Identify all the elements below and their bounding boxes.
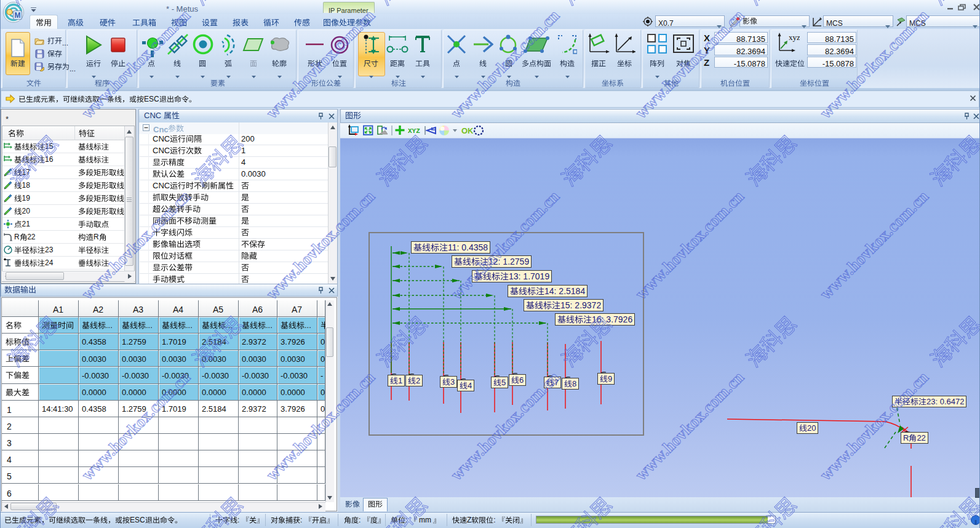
svg-text:XYZ: XYZ: [408, 127, 420, 135]
svg-text:xyz: xyz: [789, 33, 800, 42]
svg-text:M: M: [15, 11, 21, 20]
svg-text:OK: OK: [461, 126, 474, 135]
